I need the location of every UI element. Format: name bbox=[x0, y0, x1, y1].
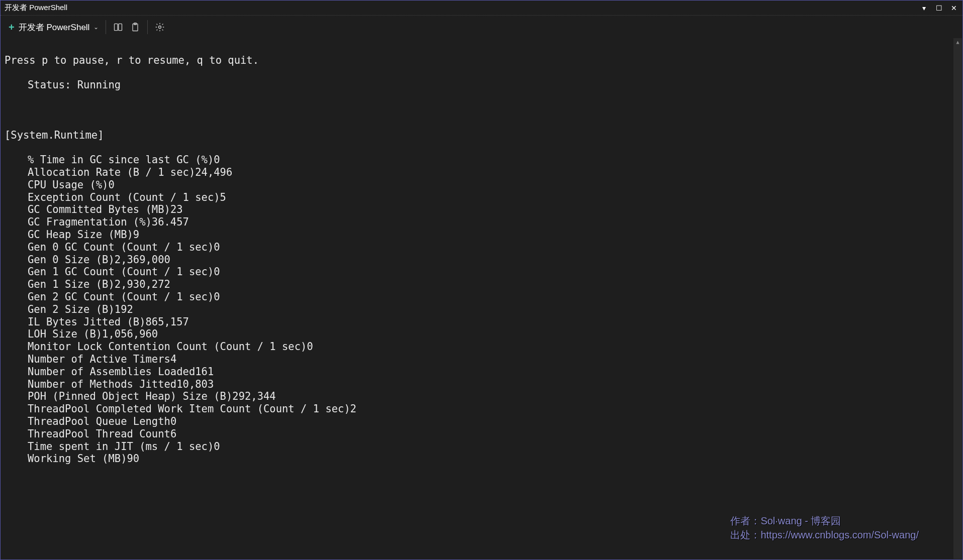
metric-value: 2,369,000 bbox=[115, 254, 170, 266]
svg-rect-1 bbox=[119, 24, 122, 30]
metric-label: Exception Count (Count / 1 sec) bbox=[28, 191, 220, 204]
metric-value: 0 bbox=[214, 440, 220, 453]
maximize-icon[interactable]: ☐ bbox=[934, 4, 943, 12]
metric-value: 0 bbox=[108, 179, 114, 191]
terminal-output[interactable]: Press p to pause, r to resume, q to quit… bbox=[1, 39, 962, 481]
watermark-source: 出处：https://www.cnblogs.com/Sol-wang/ bbox=[730, 528, 919, 542]
metric-row: Time spent in JIT (ms / 1 sec) 0 bbox=[5, 440, 958, 453]
metric-label: Number of Assemblies Loaded bbox=[28, 366, 195, 378]
svg-rect-0 bbox=[115, 24, 118, 30]
metric-value: 292,344 bbox=[232, 390, 275, 403]
tab-label: 开发者 PowerShell bbox=[19, 22, 90, 33]
metric-value: 0 bbox=[214, 266, 220, 278]
settings-icon[interactable] bbox=[155, 22, 165, 32]
metric-row: Number of Methods Jitted 10,803 bbox=[5, 378, 958, 391]
metric-row: ThreadPool Thread Count 6 bbox=[5, 428, 958, 440]
metric-value: 0 bbox=[214, 241, 220, 254]
metric-row: Number of Active Timers 4 bbox=[5, 353, 958, 366]
metric-row: ThreadPool Queue Length 0 bbox=[5, 415, 958, 428]
metric-value: 90 bbox=[127, 453, 139, 465]
metric-row: Gen 1 Size (B) 2,930,272 bbox=[5, 278, 958, 291]
help-text: Press p to pause, r to resume, q to quit… bbox=[5, 54, 958, 67]
metric-label: Working Set (MB) bbox=[28, 453, 127, 465]
dropdown-icon[interactable]: ▾ bbox=[919, 4, 928, 12]
metric-label: ThreadPool Thread Count bbox=[28, 428, 170, 440]
metric-row: ThreadPool Completed Work Item Count (Co… bbox=[5, 403, 958, 415]
metric-value: 36.457 bbox=[152, 216, 189, 229]
metric-row: LOH Size (B) 1,056,960 bbox=[5, 328, 958, 341]
metric-label: GC Heap Size (MB) bbox=[28, 229, 133, 241]
tab-powershell[interactable]: + 开发者 PowerShell ⌄ bbox=[9, 22, 99, 33]
metric-label: IL Bytes Jitted (B) bbox=[28, 316, 146, 328]
metric-label: % Time in GC since last GC (%) bbox=[28, 154, 214, 166]
metric-label: ThreadPool Queue Length bbox=[28, 415, 170, 428]
metric-label: Allocation Rate (B / 1 sec) bbox=[28, 166, 195, 179]
metric-value: 0 bbox=[307, 341, 313, 353]
metric-row: Number of Assemblies Loaded 161 bbox=[5, 366, 958, 378]
metric-value: 0 bbox=[170, 415, 176, 428]
titlebar: 开发者 PowerShell ▾ ☐ ✕ bbox=[1, 1, 962, 16]
metric-row: GC Heap Size (MB) 9 bbox=[5, 229, 958, 241]
metric-row: Monitor Lock Contention Count (Count / 1… bbox=[5, 341, 958, 353]
metric-value: 24,496 bbox=[195, 166, 232, 179]
metric-label: Gen 2 Size (B) bbox=[28, 303, 115, 316]
clipboard-icon[interactable] bbox=[130, 22, 140, 32]
status-value: Running bbox=[77, 79, 121, 91]
metric-row: GC Fragmentation (%) 36.457 bbox=[5, 216, 958, 229]
metric-value: 2 bbox=[350, 403, 356, 415]
divider bbox=[106, 20, 106, 34]
scrollbar[interactable]: ▲ bbox=[953, 38, 962, 559]
metric-row: GC Committed Bytes (MB) 23 bbox=[5, 203, 958, 216]
metric-label: LOH Size (B) bbox=[28, 328, 102, 341]
metric-value: 0 bbox=[214, 291, 220, 303]
close-icon[interactable]: ✕ bbox=[949, 4, 958, 12]
window-controls: ▾ ☐ ✕ bbox=[919, 4, 958, 12]
metric-label: Gen 0 Size (B) bbox=[28, 254, 115, 266]
metric-label: Gen 2 GC Count (Count / 1 sec) bbox=[28, 291, 214, 303]
metric-row: Gen 0 GC Count (Count / 1 sec) 0 bbox=[5, 241, 958, 254]
metric-label: Number of Methods Jitted bbox=[28, 378, 176, 391]
metric-value: 5 bbox=[220, 191, 226, 204]
section-header: [System.Runtime] bbox=[5, 129, 958, 142]
metric-row: CPU Usage (%) 0 bbox=[5, 179, 958, 191]
svg-point-4 bbox=[159, 26, 161, 29]
metric-value: 9 bbox=[133, 229, 139, 241]
metric-value: 6 bbox=[170, 428, 176, 440]
status-line: Status: Running bbox=[5, 79, 958, 91]
metric-label: GC Fragmentation (%) bbox=[28, 216, 152, 229]
metric-row: % Time in GC since last GC (%) 0 bbox=[5, 154, 958, 166]
metric-row: Gen 2 Size (B) 192 bbox=[5, 303, 958, 316]
plus-icon: + bbox=[9, 22, 15, 33]
metric-row: Gen 2 GC Count (Count / 1 sec) 0 bbox=[5, 291, 958, 303]
metric-row: Allocation Rate (B / 1 sec) 24,496 bbox=[5, 166, 958, 179]
window-title: 开发者 PowerShell bbox=[5, 3, 67, 13]
metric-value: 4 bbox=[170, 353, 176, 366]
metric-label: Number of Active Timers bbox=[28, 353, 170, 366]
scrollbar-up-icon[interactable]: ▲ bbox=[953, 38, 962, 46]
metric-label: Gen 1 Size (B) bbox=[28, 278, 115, 291]
metric-label: GC Committed Bytes (MB) bbox=[28, 203, 170, 216]
metric-row: Exception Count (Count / 1 sec) 5 bbox=[5, 191, 958, 204]
metric-row: Working Set (MB) 90 bbox=[5, 453, 958, 465]
metric-row: IL Bytes Jitted (B) 865,157 bbox=[5, 316, 958, 328]
watermark: 作者：Sol·wang - 博客园 出处：https://www.cnblogs… bbox=[730, 514, 919, 542]
divider bbox=[147, 20, 148, 34]
metric-label: Time spent in JIT (ms / 1 sec) bbox=[28, 440, 214, 453]
split-pane-icon[interactable] bbox=[113, 22, 123, 32]
metric-row: Gen 1 GC Count (Count / 1 sec) 0 bbox=[5, 266, 958, 278]
metric-row: POH (Pinned Object Heap) Size (B) 292,34… bbox=[5, 390, 958, 403]
metric-value: 192 bbox=[115, 303, 133, 316]
metric-label: ThreadPool Completed Work Item Count (Co… bbox=[28, 403, 350, 415]
metric-label: Gen 1 GC Count (Count / 1 sec) bbox=[28, 266, 214, 278]
metric-row: Gen 0 Size (B) 2,369,000 bbox=[5, 254, 958, 266]
metric-value: 0 bbox=[214, 154, 220, 166]
metric-value: 2,930,272 bbox=[115, 278, 170, 291]
metric-label: Monitor Lock Contention Count (Count / 1… bbox=[28, 341, 307, 353]
metric-label: CPU Usage (%) bbox=[28, 179, 108, 191]
metric-label: POH (Pinned Object Heap) Size (B) bbox=[28, 390, 232, 403]
metric-value: 10,803 bbox=[176, 378, 214, 391]
metric-value: 1,056,960 bbox=[102, 328, 158, 341]
toolbar: + 开发者 PowerShell ⌄ bbox=[1, 16, 962, 39]
metric-value: 23 bbox=[170, 203, 183, 216]
metric-value: 865,157 bbox=[146, 316, 189, 328]
